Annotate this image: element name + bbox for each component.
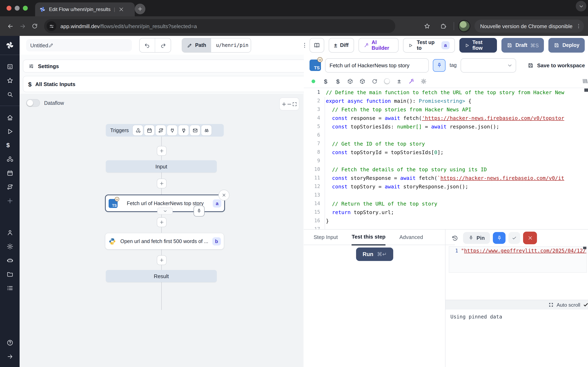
dependency-icon[interactable] (347, 78, 353, 84)
sidebar-item-workspace[interactable] (3, 60, 16, 73)
redo-button[interactable] (155, 38, 171, 52)
tab-step-input[interactable]: Step Input (314, 230, 338, 245)
draft-button[interactable]: Draft⌘S (502, 38, 544, 53)
docs-button[interactable] (310, 38, 324, 53)
code-line[interactable]: 16} (304, 217, 588, 225)
sidebar-item-collapse[interactable] (3, 350, 16, 363)
all-static-inputs-row[interactable]: $ All Static Inputs (23, 76, 311, 92)
window-close-button[interactable] (7, 6, 11, 11)
collapse-step-icon[interactable] (157, 208, 173, 215)
editor-scrollbar[interactable] (583, 247, 586, 249)
sidebar-item-help[interactable] (3, 336, 16, 349)
path-button[interactable]: Path (182, 38, 211, 52)
flow-settings-row[interactable]: Settings (23, 59, 311, 73)
fit-view-button[interactable] (292, 101, 297, 107)
sidebar-item-resources[interactable] (3, 152, 16, 166)
code-line[interactable]: 11 const storyResponse = await fetch(`ht… (304, 174, 588, 182)
code-line[interactable]: 2export async function main(): Promise<s… (304, 97, 588, 105)
extensions-icon[interactable] (437, 20, 450, 32)
deploy-button[interactable]: Deploy (549, 38, 585, 53)
undo-button[interactable] (140, 38, 155, 52)
pin-button[interactable]: Pin (463, 232, 490, 244)
trigger-email-icon[interactable] (190, 125, 200, 135)
window-zoom-button[interactable] (23, 6, 28, 11)
code-line[interactable]: 10 // Fetch the details of the top story… (304, 165, 588, 174)
add-step-button[interactable] (157, 179, 167, 188)
new-tab-button[interactable] (135, 4, 145, 14)
zoom-in-button[interactable] (281, 101, 287, 107)
code-line[interactable]: 14 // Return the URL of the top story (304, 200, 588, 208)
trigger-event-stream-icon[interactable] (179, 125, 189, 135)
diff-icon[interactable]: ± (396, 78, 402, 84)
code-line[interactable]: 17 (304, 225, 588, 230)
code-line[interactable]: 4 const response = await fetch('https://… (304, 114, 588, 122)
library-icon[interactable] (581, 78, 588, 84)
ai-wand-icon[interactable] (408, 78, 415, 84)
pin-active-button[interactable] (493, 232, 506, 244)
code-editor[interactable]: 1// Define the main function to fetch th… (304, 88, 588, 230)
code-line[interactable]: 3 // Fetch the top stories from Hacker N… (304, 105, 588, 114)
diff-button[interactable]: ±Diff (329, 38, 354, 53)
flow-canvas[interactable]: Dataflow Triggers Input TS (20, 94, 303, 367)
editor-scrollbar[interactable] (584, 89, 588, 92)
close-pinned-button[interactable] (523, 232, 537, 244)
pin-step-button[interactable] (433, 59, 445, 72)
trigger-schedule-icon[interactable] (144, 125, 155, 135)
dataflow-toggle[interactable]: Dataflow (26, 99, 64, 107)
chrome-update-notice[interactable]: Nouvelle version de Chrome disponible (475, 20, 584, 33)
code-line[interactable]: 8 const topStoryId = topStoriesIds[0]; (304, 148, 588, 157)
step-node-a[interactable]: TS Fetch url of HackerNews top story a (105, 194, 225, 212)
pinned-data-editor[interactable]: 1"https://www.geoffreylitt.com/2025/04/1… (449, 246, 587, 273)
remove-step-button[interactable] (218, 190, 229, 201)
bookmark-star-icon[interactable] (421, 20, 433, 32)
trigger-websocket-icon[interactable] (167, 125, 177, 135)
test-up-to-button[interactable]: Test up to a (403, 38, 455, 53)
profile-avatar[interactable] (458, 20, 470, 32)
ai-builder-button[interactable]: AI Builder (358, 38, 398, 53)
tab-close-icon[interactable] (118, 7, 124, 12)
code-line[interactable]: 12 const topStory = await storyResponse.… (304, 182, 588, 191)
trigger-poll-icon[interactable] (201, 125, 212, 135)
variables-icon[interactable]: $ (323, 78, 329, 84)
tab-search-button[interactable] (576, 1, 586, 11)
script-settings-icon[interactable] (421, 78, 427, 84)
code-line[interactable]: 6 (304, 131, 588, 140)
add-step-button[interactable] (157, 255, 167, 265)
sidebar-item-user[interactable] (3, 226, 16, 239)
tab-test-this-step[interactable]: Test this step (352, 229, 386, 245)
sidebar-item-variables[interactable]: $ (3, 139, 16, 152)
step-title-input[interactable] (325, 58, 429, 72)
sidebar-item-routes[interactable] (3, 180, 16, 193)
path-value[interactable]: u/henri/pin (211, 38, 251, 52)
add-step-button[interactable] (157, 146, 167, 156)
run-status-icon[interactable] (310, 78, 316, 84)
more-options-icon[interactable] (300, 40, 310, 50)
forward-button[interactable] (16, 20, 29, 32)
sidebar-item-folders[interactable] (3, 267, 16, 281)
run-button[interactable]: Run ⌘↵ (356, 248, 393, 261)
sidebar-item-settings[interactable] (3, 240, 16, 253)
trigger-webhook-icon[interactable] (133, 125, 143, 135)
sidebar-item-runs[interactable] (3, 125, 16, 138)
code-line[interactable]: 1// Define the main function to fetch th… (304, 88, 588, 97)
triggers-node[interactable]: Triggers (106, 124, 224, 137)
address-bar[interactable]: app.windmill.dev/flows/edit/u/henri/pin_… (44, 19, 395, 33)
save-to-workspace-button[interactable]: Save to workspace (528, 62, 585, 68)
step-node-b[interactable]: Open url and fetch first 500 words of ..… (105, 233, 224, 250)
toggle-icon[interactable] (384, 78, 390, 84)
tag-select[interactable] (461, 58, 516, 72)
sidebar-item-workers[interactable] (3, 254, 16, 267)
sidebar-item-audit-logs[interactable] (3, 281, 16, 294)
sidebar-item-search[interactable] (3, 88, 16, 101)
reset-icon[interactable] (372, 78, 378, 84)
code-line[interactable]: 13 (304, 191, 588, 200)
back-button[interactable] (4, 20, 16, 32)
code-line[interactable]: 5 const topStoriesIds: number[] = await … (304, 122, 588, 131)
trigger-http-route-icon[interactable] (156, 125, 166, 135)
code-line[interactable]: 15 return topStory.url; (304, 208, 588, 217)
sidebar-item-home[interactable] (3, 111, 16, 124)
browser-tab[interactable]: Edit Flow u/henri/pin_results | (35, 2, 135, 16)
package-icon[interactable] (359, 78, 365, 84)
window-minimize-button[interactable] (15, 6, 20, 11)
confirm-button[interactable] (508, 232, 520, 244)
